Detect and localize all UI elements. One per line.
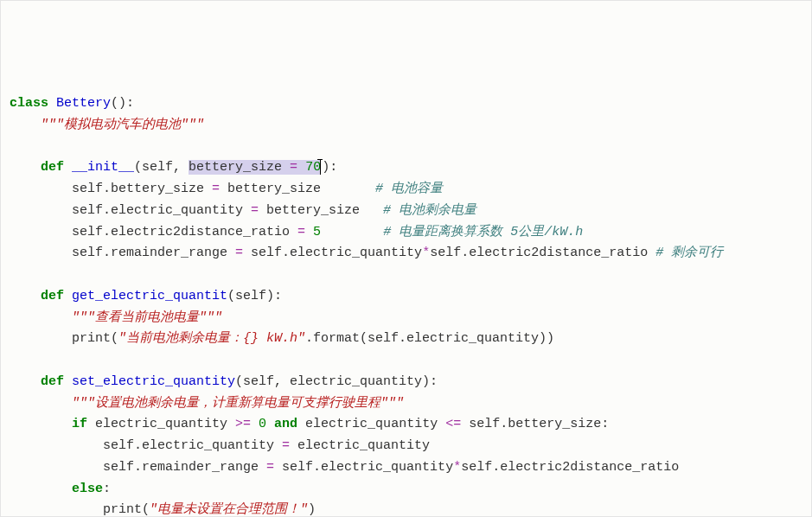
builtin-print: print bbox=[72, 331, 111, 346]
keyword-and: and bbox=[266, 417, 305, 431]
code-line-14: def set_electric_quantity(self, electric… bbox=[10, 372, 802, 393]
operator: = bbox=[251, 203, 259, 218]
self: self bbox=[72, 203, 103, 218]
operator: * bbox=[422, 246, 430, 260]
code-line-18: self.remainder_range = self.electric_qua… bbox=[10, 457, 802, 479]
text: (self, electric_quantity): bbox=[235, 374, 438, 389]
code-line-7: self.electric2distance_ratio = 5 # 电量距离换… bbox=[10, 222, 802, 244]
text: ( bbox=[111, 331, 118, 346]
text: bettery_size bbox=[220, 182, 375, 196]
code-line-12: print("当前电池剩余电量：{} kW.h".format(self.ele… bbox=[10, 329, 802, 350]
text: electric_quantity bbox=[87, 417, 235, 431]
comment: # 电量距离换算系数 5公里/kW.h bbox=[383, 225, 583, 239]
code-line-5: self.bettery_size = bettery_size # 电池容量 bbox=[10, 179, 802, 201]
operator: = bbox=[212, 182, 220, 196]
code-editor[interactable]: class Bettery(): """模拟电动汽车的电池""" def __i… bbox=[10, 93, 802, 517]
number-literal: 70 bbox=[297, 160, 321, 175]
function-name: __init__ bbox=[72, 160, 134, 175]
text: (self): bbox=[227, 289, 282, 303]
comment: # 剩余可行 bbox=[655, 246, 723, 260]
keyword-else: else bbox=[72, 482, 103, 496]
text: : bbox=[103, 482, 111, 496]
builtin-print: print bbox=[103, 502, 142, 517]
self: self bbox=[72, 225, 103, 239]
text: electric_quantity bbox=[305, 417, 445, 431]
comment: # 电池剩余电量 bbox=[383, 203, 476, 218]
text: (self, bbox=[134, 160, 189, 175]
function-name: set_electric_quantity bbox=[72, 374, 235, 389]
number-literal: 0 bbox=[251, 417, 266, 431]
code-line-8: self.remainder_range = self.electric_qua… bbox=[10, 243, 802, 265]
code-line-17: self.electric_quantity = electric_quanti… bbox=[10, 436, 802, 457]
self: self bbox=[103, 460, 134, 475]
code-line-4: def __init__(self, bettery_size = 70): bbox=[10, 157, 802, 179]
self: self bbox=[72, 182, 103, 196]
text: self.electric2distance_ratio bbox=[461, 460, 679, 475]
operator: >= bbox=[235, 417, 251, 431]
docstring: """查看当前电池电量""" bbox=[72, 310, 222, 325]
text: .remainder_range bbox=[134, 460, 266, 475]
text: .format(self.electric_quantity)) bbox=[305, 331, 554, 346]
code-line-15: """设置电池剩余电量，计重新算电量可支撑行驶里程""" bbox=[10, 393, 802, 415]
code-line-10: def get_electric_quantit(self): bbox=[10, 286, 802, 308]
text: .electric_quantity bbox=[134, 438, 282, 453]
code-line-11: """查看当前电池电量""" bbox=[10, 308, 802, 329]
code-line-2: """模拟电动汽车的电池""" bbox=[10, 115, 802, 137]
text: (): bbox=[111, 96, 134, 111]
operator: = bbox=[290, 160, 297, 175]
text: ) bbox=[308, 502, 316, 517]
text: .remainder_range bbox=[103, 246, 235, 260]
keyword-def: def bbox=[41, 160, 64, 175]
code-line-9 bbox=[10, 265, 802, 286]
operator: * bbox=[453, 460, 461, 475]
text bbox=[321, 225, 383, 239]
self: self bbox=[72, 246, 103, 260]
number-literal: 5 bbox=[305, 225, 321, 239]
docstring: """模拟电动汽车的电池""" bbox=[41, 118, 204, 132]
keyword-def: def bbox=[41, 289, 64, 303]
operator: = bbox=[297, 225, 305, 239]
text: self.electric_quantity bbox=[274, 460, 453, 475]
docstring: """设置电池剩余电量，计重新算电量可支撑行驶里程""" bbox=[72, 396, 404, 411]
operator: = bbox=[282, 438, 290, 453]
text: electric_quantity bbox=[290, 438, 430, 453]
text: self.electric_quantity bbox=[243, 246, 422, 260]
text-cursor bbox=[321, 161, 322, 176]
text: .bettery_size bbox=[103, 182, 212, 196]
code-line-3 bbox=[10, 137, 802, 158]
keyword-class: class bbox=[10, 96, 48, 111]
function-name: get_electric_quantit bbox=[72, 289, 227, 303]
string-literal: "电量未设置在合理范围！" bbox=[150, 502, 308, 517]
keyword-if: if bbox=[72, 417, 87, 431]
code-line-6: self.electric_quantity = bettery_size # … bbox=[10, 201, 802, 222]
text: ( bbox=[142, 502, 150, 517]
text: .electric2distance_ratio bbox=[103, 225, 297, 239]
keyword-def: def bbox=[41, 374, 64, 389]
text: self.bettery_size: bbox=[461, 417, 609, 431]
text: .electric_quantity bbox=[103, 203, 251, 218]
code-line-1: class Bettery(): bbox=[10, 93, 802, 115]
selected-text: bettery_size bbox=[189, 160, 290, 175]
operator: <= bbox=[445, 417, 461, 431]
class-name: Bettery bbox=[56, 96, 111, 111]
comment: # 电池容量 bbox=[375, 182, 443, 196]
code-line-20: print("电量未设置在合理范围！") bbox=[10, 500, 802, 517]
code-line-19: else: bbox=[10, 479, 802, 501]
self: self bbox=[103, 438, 134, 453]
code-line-13 bbox=[10, 350, 802, 372]
code-line-16: if electric_quantity >= 0 and electric_q… bbox=[10, 414, 802, 436]
operator: = bbox=[266, 460, 274, 475]
text: self.electric2distance_ratio bbox=[430, 246, 655, 260]
text: bettery_size bbox=[259, 203, 383, 218]
string-literal: "当前电池剩余电量：{} kW.h" bbox=[118, 331, 305, 346]
operator: = bbox=[235, 246, 243, 260]
